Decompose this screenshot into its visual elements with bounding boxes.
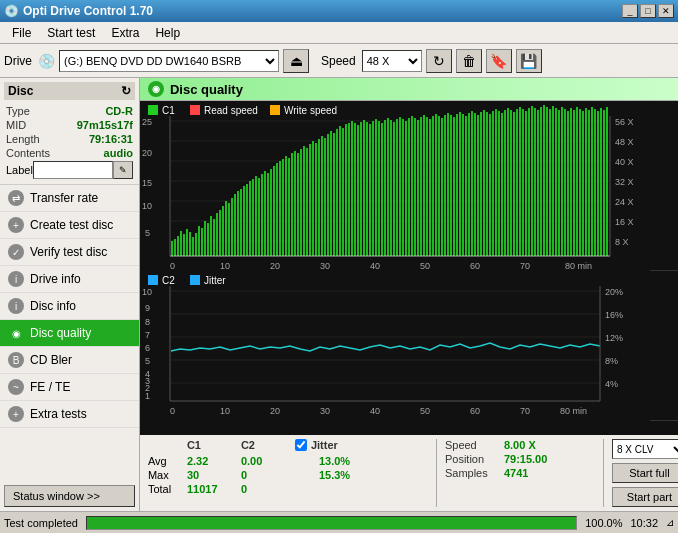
start-part-button[interactable]: Start part xyxy=(612,487,678,507)
stats-check xyxy=(295,439,307,453)
svg-rect-91 xyxy=(336,129,338,256)
stats-c2-header: C2 xyxy=(241,439,291,453)
svg-rect-162 xyxy=(549,109,551,256)
stats-area: C1 C2 Jitter Avg 2.32 0.00 13.0% Max 3 xyxy=(140,435,678,511)
nav-fe-te[interactable]: ~ FE / TE xyxy=(0,374,139,401)
svg-rect-106 xyxy=(381,123,383,256)
toolbar: Drive 💿 (G:) BENQ DVD DD DW1640 BSRB ⏏ S… xyxy=(0,44,678,78)
disc-mid-value: 97m15s17f xyxy=(77,119,133,131)
svg-text:24 X: 24 X xyxy=(615,197,634,207)
svg-text:20%: 20% xyxy=(605,287,623,297)
clv-select[interactable]: 8 X CLV xyxy=(612,439,678,459)
svg-rect-85 xyxy=(318,139,320,256)
chart1-svg: C1 Read speed Write speed xyxy=(140,101,650,271)
status-text: Test completed xyxy=(4,517,78,529)
svg-rect-170 xyxy=(573,110,575,256)
title-bar-left: 💿 Opti Drive Control 1.70 xyxy=(4,4,153,18)
disc-type-value: CD-R xyxy=(105,105,133,117)
svg-rect-186 xyxy=(148,275,158,285)
minimize-button[interactable]: _ xyxy=(622,4,638,18)
disc-label-row: Label ✎ xyxy=(4,160,135,180)
drive-select[interactable]: (G:) BENQ DVD DD DW1640 BSRB xyxy=(59,50,279,72)
menu-extra[interactable]: Extra xyxy=(103,24,147,42)
nav-verify-test-disc[interactable]: ✓ Verify test disc xyxy=(0,239,139,266)
clear-button[interactable]: 🗑 xyxy=(456,49,482,73)
speed-label: Speed xyxy=(445,439,500,451)
menu-start-test[interactable]: Start test xyxy=(39,24,103,42)
max-c1: 30 xyxy=(187,469,237,481)
nav-disc-quality-label: Disc quality xyxy=(30,326,91,340)
svg-rect-163 xyxy=(552,106,554,256)
save-button[interactable]: 💾 xyxy=(516,49,542,73)
svg-rect-101 xyxy=(366,122,368,256)
disc-info-panel: Disc ↻ Type CD-R MID 97m15s17f Length 79… xyxy=(0,78,139,185)
close-button[interactable]: ✕ xyxy=(658,4,674,18)
svg-rect-157 xyxy=(534,108,536,256)
svg-text:60: 60 xyxy=(470,261,480,271)
svg-rect-148 xyxy=(507,108,509,256)
disc-label-edit-button[interactable]: ✎ xyxy=(113,161,133,179)
disc-label-input[interactable] xyxy=(33,161,113,179)
menu-help[interactable]: Help xyxy=(147,24,188,42)
nav-extra-tests-label: Extra tests xyxy=(30,407,87,421)
nav-extra-tests[interactable]: + Extra tests xyxy=(0,401,139,428)
svg-text:20: 20 xyxy=(142,148,152,158)
nav-disc-info[interactable]: i Disc info xyxy=(0,293,139,320)
svg-text:40: 40 xyxy=(370,261,380,271)
svg-rect-55 xyxy=(228,203,230,256)
nav-transfer-rate-label: Transfer rate xyxy=(30,191,98,205)
svg-rect-139 xyxy=(480,112,482,256)
refresh-button[interactable]: ↻ xyxy=(426,49,452,73)
svg-rect-114 xyxy=(405,121,407,256)
nav-disc-quality[interactable]: ◉ Disc quality xyxy=(0,320,139,347)
svg-rect-96 xyxy=(351,121,353,256)
eject-button[interactable]: ⏏ xyxy=(283,49,309,73)
disc-quality-header-icon: ◉ xyxy=(148,81,164,97)
bookmark-button[interactable]: 🔖 xyxy=(486,49,512,73)
svg-rect-73 xyxy=(282,159,284,256)
disc-info-icon: i xyxy=(8,298,24,314)
svg-rect-44 xyxy=(195,233,197,256)
svg-rect-128 xyxy=(447,113,449,256)
svg-rect-97 xyxy=(354,123,356,256)
svg-rect-137 xyxy=(474,113,476,256)
stats-max-row: Max 30 0 15.3% xyxy=(148,469,428,481)
svg-rect-118 xyxy=(417,120,419,256)
jitter-checkbox[interactable] xyxy=(295,439,307,451)
start-full-button[interactable]: Start full xyxy=(612,463,678,483)
svg-text:C2: C2 xyxy=(162,275,175,286)
disc-contents-value: audio xyxy=(104,147,133,159)
svg-rect-167 xyxy=(564,109,566,256)
svg-rect-149 xyxy=(510,110,512,256)
svg-rect-81 xyxy=(306,148,308,256)
svg-rect-65 xyxy=(258,178,260,256)
menu-file[interactable]: File xyxy=(4,24,39,42)
svg-text:10: 10 xyxy=(142,287,152,297)
nav-cd-bler[interactable]: B CD Bler xyxy=(0,347,139,374)
svg-rect-121 xyxy=(426,117,428,256)
svg-text:30: 30 xyxy=(320,261,330,271)
disc-refresh-icon[interactable]: ↻ xyxy=(121,84,131,98)
status-window-button[interactable]: Status window >> xyxy=(4,485,135,507)
svg-rect-136 xyxy=(471,111,473,256)
max-c2: 0 xyxy=(241,469,291,481)
svg-rect-110 xyxy=(393,122,395,256)
nav-transfer-rate[interactable]: ⇄ Transfer rate xyxy=(0,185,139,212)
app-title: Opti Drive Control 1.70 xyxy=(23,4,153,18)
avg-spacer xyxy=(295,455,315,467)
nav-create-test-disc[interactable]: + Create test disc xyxy=(0,212,139,239)
svg-rect-112 xyxy=(399,117,401,256)
svg-rect-135 xyxy=(468,113,470,256)
svg-text:8 X: 8 X xyxy=(615,237,629,247)
svg-text:56 X: 56 X xyxy=(615,117,634,127)
svg-rect-169 xyxy=(570,108,572,256)
speed-select[interactable]: 48 X Max 8 X 16 X 32 X xyxy=(362,50,422,72)
disc-contents-row: Contents audio xyxy=(4,146,135,160)
maximize-button[interactable]: □ xyxy=(640,4,656,18)
svg-text:0: 0 xyxy=(170,261,175,271)
svg-rect-125 xyxy=(438,116,440,256)
btn-row-1: 8 X CLV xyxy=(612,439,678,459)
title-bar: 💿 Opti Drive Control 1.70 _ □ ✕ xyxy=(0,0,678,22)
svg-text:1: 1 xyxy=(145,391,150,401)
nav-drive-info[interactable]: i Drive info xyxy=(0,266,139,293)
